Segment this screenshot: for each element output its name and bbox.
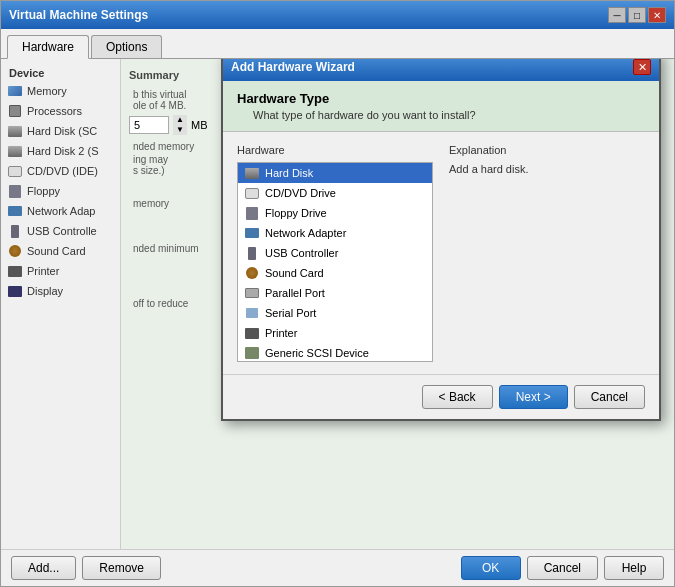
usb-icon bbox=[7, 224, 23, 238]
hardware-list-section: Hardware Hard Disk CD/DVD Drive bbox=[237, 144, 433, 362]
sidebar-item-hdd1[interactable]: Hard Disk (SC bbox=[1, 121, 120, 141]
sidebar-item-usb[interactable]: USB Controlle bbox=[1, 221, 120, 241]
sidebar-item-hdd2[interactable]: Hard Disk 2 (S bbox=[1, 141, 120, 161]
dialog-columns: Hardware Hard Disk CD/DVD Drive bbox=[237, 144, 645, 362]
dialog-header-subtitle: What type of hardware do you want to ins… bbox=[253, 109, 645, 121]
net-icon bbox=[7, 204, 23, 218]
printer-icon bbox=[7, 264, 23, 278]
tab-bar: Hardware Options bbox=[1, 29, 674, 59]
cddvd-icon bbox=[244, 186, 260, 200]
hdd2-icon bbox=[7, 144, 23, 158]
cdrom-icon bbox=[7, 164, 23, 178]
dialog-title: Add Hardware Wizard bbox=[231, 60, 355, 74]
hw-item-network[interactable]: Network Adapter bbox=[238, 223, 432, 243]
serial-icon bbox=[244, 306, 260, 320]
hw-item-parallel[interactable]: Parallel Port bbox=[238, 283, 432, 303]
cpu-icon bbox=[7, 104, 23, 118]
parallel-icon bbox=[244, 286, 260, 300]
add-hardware-dialog: Add Hardware Wizard ✕ Hardware Type What… bbox=[221, 59, 661, 421]
hw-item-usb[interactable]: USB Controller bbox=[238, 243, 432, 263]
memory-spin-up[interactable]: ▲ bbox=[173, 115, 187, 125]
add-button[interactable]: Add... bbox=[11, 556, 76, 580]
sidebar-item-printer[interactable]: Printer bbox=[1, 261, 120, 281]
bottom-bar-right: OK Cancel Help bbox=[461, 556, 664, 580]
floppy-icon bbox=[7, 184, 23, 198]
sidebar-item-floppy[interactable]: Floppy bbox=[1, 181, 120, 201]
printer2-icon bbox=[244, 326, 260, 340]
title-bar-controls: ─ □ ✕ bbox=[608, 7, 666, 23]
dialog-title-bar: Add Hardware Wizard ✕ bbox=[223, 59, 659, 81]
hw-item-cddvd[interactable]: CD/DVD Drive bbox=[238, 183, 432, 203]
explanation-section: Explanation Add a hard disk. bbox=[449, 144, 645, 362]
dialog-body: Hardware Hard Disk CD/DVD Drive bbox=[223, 132, 659, 374]
hw-item-floppy[interactable]: Floppy Drive bbox=[238, 203, 432, 223]
remove-button[interactable]: Remove bbox=[82, 556, 161, 580]
minimize-button[interactable]: ─ bbox=[608, 7, 626, 23]
net2-icon bbox=[244, 226, 260, 240]
cancel-button[interactable]: Cancel bbox=[527, 556, 598, 580]
hardware-section-label: Hardware bbox=[237, 144, 433, 156]
dialog-header: Hardware Type What type of hardware do y… bbox=[223, 81, 659, 132]
ok-button[interactable]: OK bbox=[461, 556, 521, 580]
monitor-icon bbox=[7, 284, 23, 298]
sidebar-item-processors[interactable]: Processors bbox=[1, 101, 120, 121]
sidebar-item-memory[interactable]: Memory bbox=[1, 81, 120, 101]
memory-spin-down[interactable]: ▼ bbox=[173, 125, 187, 135]
scsi-icon bbox=[244, 346, 260, 360]
sidebar-header: Device bbox=[1, 65, 120, 81]
floppy2-icon bbox=[244, 206, 260, 220]
hw-item-printer[interactable]: Printer bbox=[238, 323, 432, 343]
memory-value-display[interactable]: 5 bbox=[129, 116, 169, 134]
dialog-close-button[interactable]: ✕ bbox=[633, 59, 651, 75]
hdd-icon bbox=[7, 124, 23, 138]
memory-icon bbox=[7, 84, 23, 98]
window-title: Virtual Machine Settings bbox=[9, 8, 148, 22]
sidebar-item-cdrom[interactable]: CD/DVD (IDE) bbox=[1, 161, 120, 181]
hw-item-soundcard[interactable]: Sound Card bbox=[238, 263, 432, 283]
dialog-cancel-button[interactable]: Cancel bbox=[574, 385, 645, 409]
explanation-text: Add a hard disk. bbox=[449, 162, 645, 177]
help-button[interactable]: Help bbox=[604, 556, 664, 580]
sound2-icon bbox=[244, 266, 260, 280]
hw-item-serial[interactable]: Serial Port bbox=[238, 303, 432, 323]
usb2-icon bbox=[244, 246, 260, 260]
sidebar-item-sound[interactable]: Sound Card bbox=[1, 241, 120, 261]
hardware-list[interactable]: Hard Disk CD/DVD Drive Floppy Drive bbox=[237, 162, 433, 362]
back-button[interactable]: < Back bbox=[422, 385, 493, 409]
hw-item-harddisk[interactable]: Hard Disk bbox=[238, 163, 432, 183]
sidebar-item-network[interactable]: Network Adap bbox=[1, 201, 120, 221]
bottom-bar: Add... Remove OK Cancel Help bbox=[1, 549, 674, 586]
title-bar: Virtual Machine Settings ─ □ ✕ bbox=[1, 1, 674, 29]
sidebar-item-display[interactable]: Display bbox=[1, 281, 120, 301]
bottom-bar-left: Add... Remove bbox=[11, 556, 161, 580]
explanation-section-label: Explanation bbox=[449, 144, 645, 156]
dialog-footer: < Back Next > Cancel bbox=[223, 374, 659, 419]
next-button[interactable]: Next > bbox=[499, 385, 568, 409]
memory-unit: MB bbox=[191, 119, 208, 131]
main-panel: Summary Memory b this virtual ole of 4 M… bbox=[121, 59, 674, 549]
harddisk-icon bbox=[244, 166, 260, 180]
dialog-header-title: Hardware Type bbox=[237, 91, 645, 106]
memory-spinners: ▲ ▼ bbox=[173, 115, 187, 135]
content-area: Device Memory Processors Hard Disk (SC H… bbox=[1, 59, 674, 549]
maximize-button[interactable]: □ bbox=[628, 7, 646, 23]
sidebar: Device Memory Processors Hard Disk (SC H… bbox=[1, 59, 121, 549]
tab-options[interactable]: Options bbox=[91, 35, 162, 58]
hw-item-scsi[interactable]: Generic SCSI Device bbox=[238, 343, 432, 362]
sound-icon bbox=[7, 244, 23, 258]
main-window: Virtual Machine Settings ─ □ ✕ Hardware … bbox=[0, 0, 675, 587]
tab-hardware[interactable]: Hardware bbox=[7, 35, 89, 59]
close-button[interactable]: ✕ bbox=[648, 7, 666, 23]
